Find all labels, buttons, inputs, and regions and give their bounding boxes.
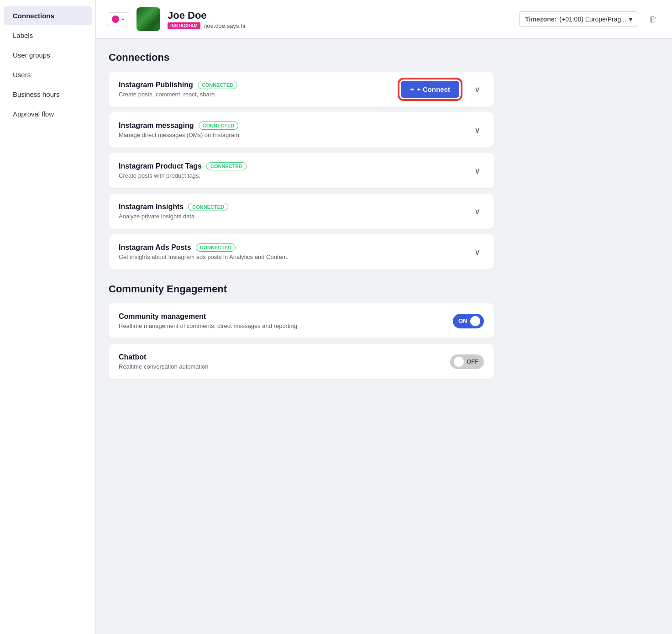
connection-description: Realtime management of comments, direct … (119, 322, 297, 329)
connection-card-instagram-publishing: Instagram Publishing CONNECTED Create po… (109, 72, 494, 107)
chevron-down-icon: ∨ (474, 126, 480, 135)
connection-name: Instagram Publishing (119, 81, 193, 89)
status-chevron-icon: ▾ (122, 17, 124, 22)
connection-description: Create posts, comment, react, share. (119, 91, 237, 98)
sidebar-item-approval-flow[interactable]: Approval flow (4, 105, 92, 123)
timezone-label: Timezone: (525, 16, 556, 23)
profile-header: ▾ Joe Doe INSTAGRAM /joe.doe.says.hi Tim… (96, 0, 672, 39)
profile-handle: /joe.doe.says.hi (204, 22, 245, 29)
timezone-value: (+01:00) Europe/Prag... (559, 16, 626, 23)
sidebar-item-labels[interactable]: Labels (4, 26, 92, 45)
timezone-selector[interactable]: Timezone: (+01:00) Europe/Prag... ▾ (519, 11, 638, 27)
sidebar: Connections Labels User groups Users Bus… (0, 0, 96, 634)
connection-description: Realtime conversation automation (119, 363, 209, 370)
connection-description: Create posts with product tags. (119, 172, 247, 179)
trash-icon: 🗑 (649, 15, 657, 24)
toggle-off-container: OFF (450, 354, 484, 369)
chevron-down-icon: ∨ (474, 166, 480, 175)
community-engagement-section: Community Engagement Community managemen… (109, 283, 494, 379)
profile-name: Joe Doe (168, 10, 512, 21)
avatar (136, 7, 160, 31)
connections-section: Connections Instagram Publishing CONNECT… (109, 52, 494, 269)
connected-badge: CONNECTED (198, 81, 238, 89)
connection-card-instagram-product-tags: Instagram Product Tags CONNECTED Create … (109, 153, 494, 188)
connections-title: Connections (109, 52, 494, 63)
divider (465, 123, 465, 137)
connected-badge: CONNECTED (196, 243, 236, 252)
status-dot (112, 16, 119, 23)
platform-badge: INSTAGRAM (168, 22, 200, 29)
toggle-knob (454, 357, 464, 367)
expand-button[interactable]: ∨ (471, 83, 484, 96)
expand-button[interactable]: ∨ (471, 164, 484, 178)
connection-description: Analyze private Insights data. (119, 213, 228, 220)
connection-card-instagram-ads-posts: Instagram Ads Posts CONNECTED Get insigh… (109, 234, 494, 269)
sidebar-item-users[interactable]: Users (4, 65, 92, 84)
sidebar-item-connections[interactable]: Connections (4, 6, 92, 25)
divider (465, 83, 465, 96)
chevron-down-icon: ∨ (474, 248, 480, 257)
connection-name: Chatbot (119, 353, 209, 361)
toggle-on-button[interactable]: ON (453, 314, 484, 328)
connection-description: Manage direct messages (DMs) on Instagra… (119, 132, 241, 138)
connection-name: Instagram messaging (119, 122, 194, 130)
page-content: Connections Instagram Publishing CONNECT… (96, 39, 507, 397)
toggle-on-container: ON (453, 314, 484, 328)
expand-button[interactable]: ∨ (471, 205, 484, 218)
divider (465, 205, 465, 218)
toggle-on-label: ON (458, 317, 467, 324)
toggle-off-button[interactable]: OFF (450, 354, 484, 369)
delete-button[interactable]: 🗑 (646, 11, 661, 28)
sidebar-item-user-groups[interactable]: User groups (4, 46, 92, 64)
connection-name: Instagram Product Tags (119, 162, 202, 170)
connection-card-instagram-insights: Instagram Insights CONNECTED Analyze pri… (109, 194, 494, 229)
divider (465, 245, 465, 259)
chevron-down-icon: ∨ (474, 85, 480, 94)
timezone-chevron-icon: ▾ (629, 16, 632, 23)
profile-meta: INSTAGRAM /joe.doe.says.hi (168, 22, 512, 29)
connection-card-instagram-messaging: Instagram messaging CONNECTED Manage dir… (109, 112, 494, 148)
plus-icon: + (410, 85, 414, 93)
expand-button[interactable]: ∨ (471, 245, 484, 259)
connection-name: Community management (119, 312, 297, 321)
connection-card-chatbot: Chatbot Realtime conversation automation… (109, 344, 494, 379)
connection-name: Instagram Ads Posts (119, 243, 191, 252)
connected-badge: CONNECTED (206, 162, 247, 170)
sidebar-item-business-hours[interactable]: Business hours (4, 85, 92, 104)
toggle-off-label: OFF (467, 358, 478, 365)
expand-button[interactable]: ∨ (471, 123, 484, 137)
connection-description: Get insights about Instagram ads posts i… (119, 254, 289, 260)
connect-button[interactable]: + + Connect (401, 81, 459, 98)
connection-name: Instagram Insights (119, 203, 184, 211)
divider (465, 164, 465, 178)
main-content: ▾ Joe Doe INSTAGRAM /joe.doe.says.hi Tim… (96, 0, 672, 634)
connection-card-community-management: Community management Realtime management… (109, 303, 494, 338)
connected-badge: CONNECTED (188, 203, 228, 211)
community-engagement-title: Community Engagement (109, 283, 494, 295)
status-button[interactable]: ▾ (107, 12, 129, 26)
toggle-knob (470, 316, 480, 326)
profile-info: Joe Doe INSTAGRAM /joe.doe.says.hi (168, 10, 512, 29)
connected-badge: CONNECTED (199, 122, 239, 130)
chevron-down-icon: ∨ (474, 207, 480, 216)
